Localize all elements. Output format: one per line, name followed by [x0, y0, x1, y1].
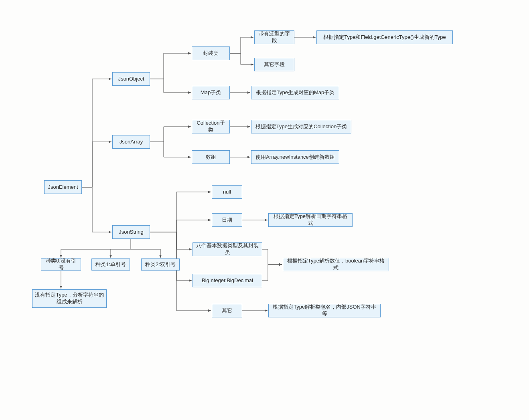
node-other-type: 其它 — [212, 304, 242, 317]
node-map-result: 根据指定Type生成对应的Map子类 — [251, 86, 339, 99]
node-kind-2: 种类2:双引号 — [141, 258, 180, 271]
node-kind-0: 种类0:没有引号 — [41, 258, 81, 271]
node-json-object: JsonObject — [112, 72, 150, 86]
node-bignumber: BigInteger,BigDecimal — [193, 274, 262, 287]
node-wrapper: 封装类 — [192, 46, 230, 60]
node-collection-subclass: Collection子类 — [192, 120, 230, 133]
node-kind-0-result: 没有指定Type，分析字符串的组成来解析 — [32, 289, 107, 308]
node-date-result: 根据指定Type解析日期字符串格式 — [268, 213, 353, 227]
node-json-array: JsonArray — [112, 135, 150, 149]
node-json-string: JsonString — [112, 225, 150, 239]
node-generic-result: 根据指定Type和Field.getGenericType()生成新的Type — [316, 30, 453, 44]
node-primitives: 八个基本数据类型及其封装类 — [193, 242, 262, 256]
node-other-field: 其它字段 — [254, 58, 294, 71]
node-collection-result: 根据指定Type生成对应的Collection子类 — [251, 120, 351, 133]
node-map-subclass: Map子类 — [192, 86, 230, 99]
node-array-result: 使用Array.newInstance创建新数组 — [251, 150, 339, 164]
node-date: 日期 — [212, 213, 242, 227]
node-null: null — [212, 185, 242, 199]
node-kind-1: 种类1:单引号 — [91, 258, 130, 271]
node-array: 数组 — [192, 150, 230, 164]
node-generic-field: 带有泛型的字段 — [254, 30, 294, 44]
node-other-result: 根据指定Type解析类包名，内部JSON字符串等 — [268, 304, 381, 317]
node-json-element: JsonElement — [44, 180, 82, 194]
node-numbool-result: 根据指定Type解析数值，boolean字符串格式 — [283, 258, 389, 271]
